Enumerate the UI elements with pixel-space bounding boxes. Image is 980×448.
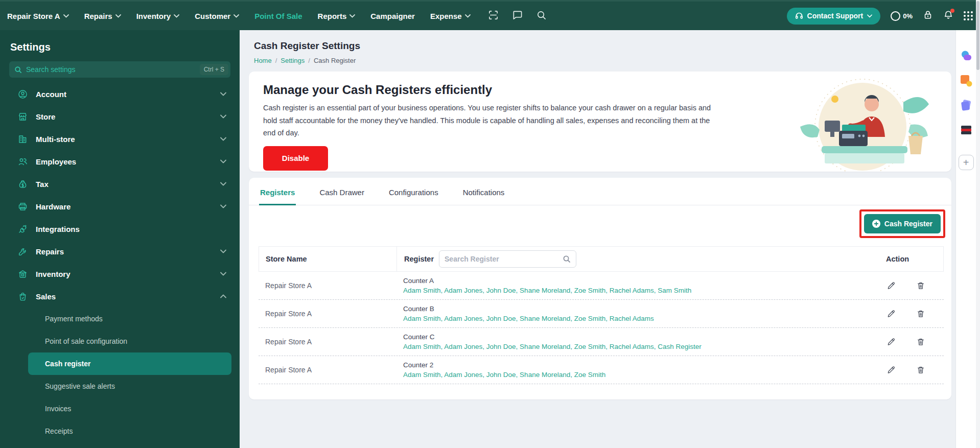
sidebar-subitem-cash-register[interactable]: Cash register (28, 352, 231, 375)
register-tabs: Registers Cash Drawer Configurations Not… (249, 178, 951, 205)
sales-submenu: Payment methods Point of sale configurat… (0, 308, 240, 442)
usage-ring-icon (891, 11, 900, 21)
sidebar-subitem-receipts[interactable]: Receipts (28, 420, 231, 442)
book-stack-app-icon[interactable] (960, 123, 973, 136)
store-name-cell: Repair Store A (259, 366, 396, 374)
breadcrumb-settings[interactable]: Settings (281, 57, 305, 64)
sidebar-item-sales[interactable]: Sales (0, 285, 240, 308)
notifications-bell-icon[interactable] (943, 10, 953, 22)
sidebar-item-hardware[interactable]: Hardware (0, 195, 240, 218)
disable-button[interactable]: Disable (263, 146, 328, 171)
chevron-down-icon (867, 14, 872, 18)
page-scrollbar[interactable] (976, 0, 980, 448)
nav-item-expense[interactable]: Expense (430, 12, 471, 20)
store-name-cell: Repair Store A (259, 338, 396, 346)
nav-item-campaigner[interactable]: Campaigner (370, 12, 415, 20)
user-icon (17, 89, 28, 100)
chevron-down-icon (115, 14, 121, 18)
usage-percent-label: 0% (903, 12, 913, 20)
sidebar-item-store[interactable]: Store (0, 105, 240, 128)
register-employees[interactable]: Adam Smith, Adam Jones, John Doe, Shane … (403, 343, 886, 350)
register-employees[interactable]: Adam Smith, Adam Jones, John Doe, Shane … (403, 287, 886, 294)
edit-icon[interactable] (886, 281, 896, 290)
sidebar-subitem-suggestive-sale-alerts[interactable]: Suggestive sale alerts (28, 375, 231, 397)
nav-item-reports[interactable]: Reports (318, 12, 356, 20)
tab-cash-drawer[interactable]: Cash Drawer (318, 178, 365, 205)
table-header: Store Name Register Action (259, 246, 944, 272)
delete-icon[interactable] (916, 281, 925, 290)
usage-indicator[interactable]: 0% (891, 11, 913, 21)
annotation-highlight-box: Cash Register (859, 209, 945, 238)
edit-icon[interactable] (886, 365, 896, 374)
chevron-down-icon (220, 92, 226, 96)
search-icon[interactable] (536, 10, 547, 22)
chevron-down-icon (349, 14, 355, 18)
page-title: Cash Register Settings (254, 40, 951, 52)
orange-square-app-icon[interactable] (960, 74, 973, 87)
sidebar-item-integrations[interactable]: Integrations (0, 218, 240, 240)
settings-nav: Account Store Multi-store Employees Tax … (0, 83, 240, 442)
tab-configurations[interactable]: Configurations (388, 178, 439, 205)
sidebar-item-employees[interactable]: Employees (0, 150, 240, 173)
tab-registers[interactable]: Registers (259, 178, 296, 205)
delete-icon[interactable] (916, 365, 925, 374)
settings-search-input[interactable] (26, 65, 200, 74)
settings-search-box[interactable]: Ctrl + S (9, 61, 230, 78)
hero-illustration (782, 76, 940, 172)
delete-icon[interactable] (916, 309, 925, 318)
headset-icon (795, 12, 803, 20)
money-bag-icon (17, 179, 28, 190)
search-icon (14, 66, 22, 74)
chevron-down-icon (220, 249, 226, 253)
nav-item-point-of-sale[interactable]: Point Of Sale (254, 12, 302, 20)
sidebar-item-repairs[interactable]: Repairs (0, 240, 240, 263)
breadcrumb-current: Cash Register (314, 57, 356, 64)
table-row: Repair Store A Counter A Adam Smith, Ada… (259, 272, 944, 300)
sidebar-item-inventory[interactable]: Inventory (0, 263, 240, 285)
wrench-icon (17, 246, 28, 257)
chat-bubbles-app-icon[interactable] (960, 50, 973, 63)
apps-grid-icon[interactable] (964, 11, 973, 20)
sidebar-subitem-payment-methods[interactable]: Payment methods (28, 308, 231, 330)
contact-support-button[interactable]: Contact Support (787, 8, 881, 25)
apps-rail: + (955, 30, 976, 448)
sidebar-item-account[interactable]: Account (0, 83, 240, 105)
table-row: Repair Store A Counter C Adam Smith, Ada… (259, 328, 944, 356)
chevron-up-icon (220, 294, 226, 298)
breadcrumb-home[interactable]: Home (254, 57, 272, 64)
sticky-notes-app-icon[interactable] (960, 99, 973, 112)
nav-item-repairs[interactable]: Repairs (84, 12, 121, 20)
sidebar-item-multi-store[interactable]: Multi-store (0, 128, 240, 150)
tab-notifications[interactable]: Notifications (462, 178, 506, 205)
chevron-down-icon (220, 137, 226, 141)
register-employees[interactable]: Adam Smith, Adam Jones, John Doe, Shane … (403, 315, 886, 322)
header-store-name: Store Name (259, 255, 396, 263)
registers-table: Store Name Register Action Repair Store … (259, 246, 944, 384)
sidebar-subitem-pos-configuration[interactable]: Point of sale configuration (28, 330, 231, 352)
add-app-button[interactable]: + (959, 155, 974, 170)
sidebar-subitem-invoices[interactable]: Invoices (28, 397, 231, 420)
edit-icon[interactable] (886, 337, 896, 346)
register-employees[interactable]: Adam Smith, Adam Jones, John Doe, Shane … (403, 371, 886, 379)
plus-circle-icon (872, 220, 880, 228)
barcode-scan-icon[interactable] (488, 10, 499, 22)
box-icon (17, 269, 28, 279)
people-icon (17, 156, 28, 167)
chevron-down-icon (234, 14, 239, 18)
chevron-down-icon (220, 204, 226, 208)
nav-item-inventory[interactable]: Inventory (136, 12, 180, 20)
edit-icon[interactable] (886, 309, 896, 318)
register-search-input[interactable] (445, 255, 563, 263)
scrollbar-thumb[interactable] (976, 1, 979, 70)
nav-item-customer[interactable]: Customer (195, 12, 239, 20)
lock-icon[interactable] (923, 10, 933, 22)
store-switcher[interactable]: Repair Store A (7, 12, 69, 20)
sidebar-item-tax[interactable]: Tax (0, 173, 240, 195)
add-cash-register-button[interactable]: Cash Register (864, 214, 941, 233)
register-name: Counter 2 (403, 361, 886, 369)
search-icon (563, 255, 571, 263)
register-search-box[interactable] (439, 250, 576, 268)
chat-icon[interactable] (512, 10, 523, 22)
delete-icon[interactable] (916, 337, 925, 346)
plug-icon (17, 224, 28, 234)
